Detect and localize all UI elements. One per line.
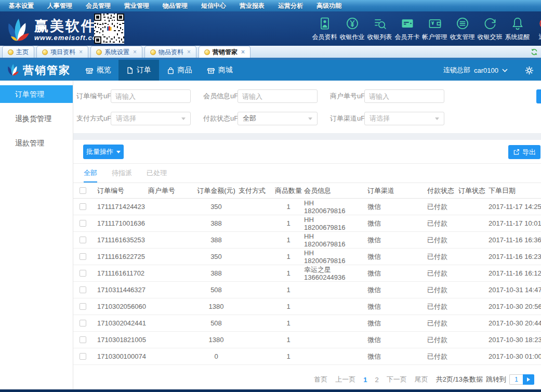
table-body: 17111714244233501HH18200679816微信已付款2017-… [73,199,541,365]
column-header-order_no: 订单编号 [97,186,148,195]
tab-close-icon[interactable]: × [241,48,245,56]
app-window: 基本设置人事管理会员管理营业管理物品管理短信中心营业报表运营分析高级功能 赢美软… [0,0,541,392]
module-nav-overview-store[interactable]: 概览 [78,60,118,81]
cell-channel: 微信 [367,269,427,278]
cell-member: HH18200679816 [304,232,367,248]
select-all-checkbox[interactable] [80,187,86,194]
batch-actions-button[interactable]: 批量操作 [83,145,124,159]
page-jump-go-button[interactable] [523,374,534,385]
member-info: HH18200679816 [304,199,346,215]
cashier-yen-icon [345,15,360,32]
settings-gear-icon[interactable] [525,66,534,75]
org-label: 连锁总部 [443,66,470,75]
org-selector[interactable]: 连锁总部 car0100 [443,66,508,75]
row-checkbox[interactable] [80,286,86,293]
member-info: HH18200679816 [304,216,346,231]
app-header: 赢美软件 www.emeisoft.com 会员资料收银作业收银列表会员开卡帐户… [0,11,541,46]
tab-close-icon[interactable]: × [133,48,137,56]
page-jump-label: 跳转到 [486,375,506,384]
module-nav-mall-store[interactable]: 商城 [200,60,240,81]
row-checkbox[interactable] [80,320,86,326]
header-action-logout-power[interactable]: 退出 [531,15,541,42]
filter-select-3[interactable]: 请选择 [364,112,444,125]
member-info: HH18200679816 [304,249,346,265]
cell-order_no: 1711161611702 [97,269,148,277]
topmenu-item-6[interactable]: 短信中心 [194,0,233,11]
status-tab-2[interactable]: 待指派 [112,164,132,182]
row-checkbox[interactable] [80,220,86,227]
topmenu-item-4[interactable]: 营业管理 [117,0,156,11]
document-tab-label: 营销管家 [213,48,237,57]
topmenu-item-5[interactable]: 物品管理 [156,0,194,11]
filter-select-1[interactable]: 请选择 [111,112,191,125]
order-list-panel: 批量操作 导出 全部待指派已处理 订单编号商户单号订单金额(元)支付方式商品数量… [73,140,541,389]
header-action-alert-bell[interactable]: 系统提醒 [504,15,531,42]
topmenu-item-8[interactable]: 运营分析 [271,0,310,11]
tab-close-icon[interactable]: × [187,48,191,56]
filter-select-2[interactable]: 全部 [237,112,318,125]
module-nav-label: 订单 [137,66,151,75]
row-checkbox[interactable] [80,203,86,210]
header-action-cashier-list[interactable]: 收银列表 [366,15,393,42]
page-next-link[interactable]: 下一页 [387,375,407,384]
row-checkbox[interactable] [80,303,86,310]
cell-date: 2017-10-30 20:44 [489,319,541,327]
brand-site-url: www.emeisoft.com [34,34,103,42]
header-action-account-wallet[interactable]: 帐户管理 [421,15,448,42]
document-tab-4[interactable]: 物品资料× [144,46,196,58]
sidebar-item-1[interactable]: 订单管理 [0,85,73,103]
status-tab-3[interactable]: 已处理 [147,164,167,182]
header-select-cell [73,187,97,194]
header-action-label: 退出 [539,33,541,42]
cell-pay_status: 已付款 [427,219,458,228]
topmenu-item-3[interactable]: 会员管理 [79,0,117,11]
module-nav-order-document[interactable]: 订单 [118,60,159,81]
page-first-link[interactable]: 首页 [314,375,327,384]
status-tabs: 全部待指派已处理 [73,164,541,183]
sidebar-item-3[interactable]: 退款管理 [0,134,73,152]
tabbar-refresh-icon[interactable] [531,48,538,56]
page-number-2[interactable]: 2 [375,376,378,384]
member-phone: 18200679816 [304,240,346,248]
row-checkbox[interactable] [80,237,86,243]
cell-amount: 350 [194,253,239,260]
page-last-link[interactable]: 尾页 [415,375,428,384]
document-tab-1[interactable]: 主页 [2,46,34,58]
document-tab-5[interactable]: 营销管家× [199,46,250,58]
cell-qty: 1 [273,286,304,294]
filter-input-1[interactable] [111,89,191,103]
status-tab-1[interactable]: 全部 [84,164,97,182]
row-checkbox[interactable] [80,336,86,343]
search-button[interactable]: 查询 [536,89,541,103]
row-checkbox[interactable] [80,270,86,277]
header-action-member-profile[interactable]: 会员资料 [311,15,338,42]
page-prev-link[interactable]: 上一页 [335,375,355,384]
page-jump-input[interactable] [509,374,523,385]
document-tab-2[interactable]: 项目资料× [36,46,88,58]
table-row: 171030010007401微信已付款2017-10-30 01:00 [73,348,541,365]
sidebar-item-2[interactable]: 退换货管理 [0,110,73,127]
header-action-shift-refresh[interactable]: 收银交班 [476,15,504,42]
filter-input-2[interactable] [237,89,318,103]
cell-member: HH18200679816 [304,199,367,215]
document-tab-3[interactable]: 系统设置× [90,46,142,58]
section-divider [73,133,541,140]
cell-pay_status: 已付款 [427,319,458,328]
topmenu-item-9[interactable]: 高级功能 [310,0,348,11]
topmenu-item-1[interactable]: 基本设置 [2,0,41,11]
topmenu-item-7[interactable]: 营业报表 [233,0,271,11]
column-header-pay_status: 付款状态 [427,186,458,195]
module-nav-goods-bag[interactable]: 商品 [159,60,200,81]
header-action-cashier-yen[interactable]: 收银作业 [338,15,366,42]
row-checkbox[interactable] [80,253,86,260]
topmenu-item-2[interactable]: 人事管理 [41,0,79,11]
export-button[interactable]: 导出 [508,145,540,159]
tab-close-icon[interactable]: × [79,48,83,56]
row-checkbox[interactable] [80,353,86,360]
cell-date: 2017-11-17 10:01 [489,219,541,227]
filter-input-3[interactable] [364,89,444,103]
member-name: HH [304,199,346,207]
page-number-1[interactable]: 1 [363,376,367,384]
header-action-member-card[interactable]: 会员开卡 [393,15,421,42]
header-action-income-expense[interactable]: 收支管理 [448,15,476,42]
